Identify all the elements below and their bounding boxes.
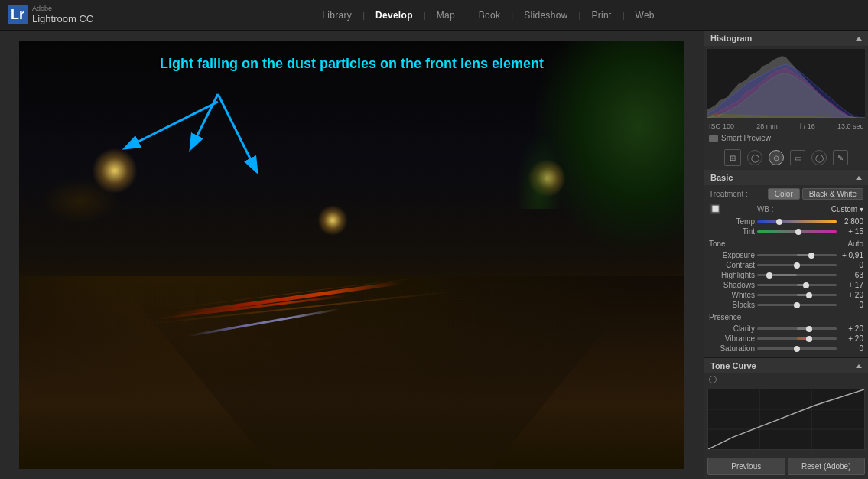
shadows-thumb[interactable] <box>803 282 809 288</box>
tone-curve-display <box>707 389 865 450</box>
nav-map[interactable]: Map <box>426 7 466 24</box>
whites-label: Whites <box>709 291 755 299</box>
tint-thumb[interactable] <box>795 229 801 235</box>
basic-header[interactable]: Basic <box>704 170 868 185</box>
temp-track[interactable] <box>757 220 837 223</box>
shadows-label: Shadows <box>709 281 755 289</box>
highlights-value: − 63 <box>839 271 863 279</box>
color-btn[interactable]: Color <box>768 188 800 200</box>
histogram-display <box>707 49 865 118</box>
saturation-slider-row: Saturation 0 <box>709 344 863 353</box>
tone-curve-collapse-icon <box>856 364 862 368</box>
lr-icon: Lr <box>8 5 28 24</box>
whites-thumb[interactable] <box>806 292 812 298</box>
red-eye-tool[interactable]: ⊙ <box>769 150 784 165</box>
clarity-label: Clarity <box>709 324 755 333</box>
contrast-track[interactable] <box>757 264 837 266</box>
highlights-track[interactable] <box>757 274 837 276</box>
app-logo: Lr Adobe Lightroom CC <box>8 5 93 24</box>
iso-value: ISO 100 <box>709 122 734 130</box>
histogram-chart <box>707 49 865 118</box>
blacks-thumb[interactable] <box>794 302 800 308</box>
tone-curve-point-row <box>704 373 868 386</box>
highlights-thumb[interactable] <box>766 272 772 279</box>
wb-value[interactable]: Custom ▾ <box>831 205 863 213</box>
tone-sub-header: Tone Auto <box>709 238 863 249</box>
highlights-slider-row: Highlights − 63 <box>709 271 863 279</box>
exposure-slider-row: Exposure + 0,91 <box>709 251 863 259</box>
radial-tool[interactable]: ◯ <box>811 150 827 165</box>
spot-heal-tool[interactable]: ◯ <box>747 150 762 165</box>
nav-book[interactable]: Book <box>468 7 512 24</box>
vibrance-value: + 20 <box>839 334 863 343</box>
histogram-info: ISO 100 28 mm f / 16 13,0 sec <box>704 121 868 132</box>
exposure-label: Exposure <box>709 251 755 259</box>
shadows-value: + 17 <box>839 281 863 289</box>
crop-tool[interactable]: ⊞ <box>724 149 741 166</box>
basic-section: Basic Treatment : Color Black & White 🔲 … <box>704 170 868 358</box>
nav-bar: Library | Develop | Map | Book | Slidesh… <box>116 7 860 24</box>
tone-curve-chart <box>708 389 864 449</box>
saturation-value: 0 <box>839 344 863 353</box>
basic-title: Basic <box>710 173 733 182</box>
saturation-thumb[interactable] <box>794 346 800 352</box>
presence-label: Presence <box>709 313 741 321</box>
vibrance-thumb[interactable] <box>806 336 812 342</box>
main-area: Light falling on the dust particles on t… <box>0 31 868 479</box>
vibrance-slider-row: Vibrance + 20 <box>709 334 863 343</box>
tint-value: + 15 <box>839 227 863 236</box>
nav-library[interactable]: Library <box>311 7 362 24</box>
histogram-header[interactable]: Histogram <box>704 31 868 46</box>
wb-row: 🔲 WB : Custom ▾ <box>709 203 863 215</box>
reset-button[interactable]: Reset (Adobe) <box>788 458 866 475</box>
blacks-value: 0 <box>839 301 863 309</box>
nav-develop[interactable]: Develop <box>365 7 424 24</box>
temp-value: 2 800 <box>839 217 863 226</box>
right-panel: Histogram ISO 100 28 mm f / 16 <box>704 31 868 479</box>
lamp-glow-3 <box>317 205 348 236</box>
treatment-buttons: Color Black & White <box>768 188 863 200</box>
whites-track[interactable] <box>757 294 837 296</box>
eyedropper-tool[interactable]: 🔲 <box>709 203 721 215</box>
photo-container: Light falling on the dust particles on t… <box>19 41 684 469</box>
exposure-track[interactable] <box>757 254 837 256</box>
nav-print[interactable]: Print <box>580 7 622 24</box>
exposure-thumb[interactable] <box>808 253 814 259</box>
blacks-track[interactable] <box>757 304 837 306</box>
adjustment-brush[interactable]: ✎ <box>833 150 848 165</box>
shadows-track[interactable] <box>757 284 837 286</box>
smart-preview-indicator: Smart Preview <box>704 132 868 145</box>
wb-label: WB : <box>757 205 795 213</box>
contrast-thumb[interactable] <box>794 262 800 269</box>
saturation-track[interactable] <box>757 347 837 350</box>
blacks-label: Blacks <box>709 301 755 309</box>
focal-value: 28 mm <box>756 122 778 130</box>
smart-preview-icon <box>709 135 718 142</box>
clarity-track[interactable] <box>757 327 837 330</box>
app-name: Adobe Lightroom CC <box>32 5 93 24</box>
tint-track[interactable] <box>757 230 837 233</box>
vibrance-track[interactable] <box>757 337 837 340</box>
treatment-label: Treatment : <box>709 190 748 198</box>
vibrance-label: Vibrance <box>709 334 755 343</box>
nav-slideshow[interactable]: Slideshow <box>513 7 578 24</box>
tone-curve-header[interactable]: Tone Curve <box>704 358 868 373</box>
presence-sub-header: Presence <box>709 311 863 323</box>
tone-auto[interactable]: Auto <box>847 240 863 248</box>
nav-web[interactable]: Web <box>624 7 665 24</box>
tint-label: Tint <box>709 227 755 236</box>
basic-content: Treatment : Color Black & White 🔲 WB : C… <box>704 185 868 357</box>
treatment-row: Treatment : Color Black & White <box>709 188 863 200</box>
shadows-slider-row: Shadows + 17 <box>709 281 863 289</box>
temp-thumb[interactable] <box>776 219 782 225</box>
tone-curve-point-selector[interactable] <box>709 376 717 383</box>
clarity-thumb[interactable] <box>806 326 812 332</box>
clarity-slider-row: Clarity + 20 <box>709 324 863 333</box>
clarity-value: + 20 <box>839 324 863 333</box>
smart-preview-label: Smart Preview <box>721 134 771 142</box>
bw-btn[interactable]: Black & White <box>802 188 863 200</box>
gradient-tool[interactable]: ▭ <box>790 150 805 165</box>
city-glow <box>42 178 119 224</box>
previous-button[interactable]: Previous <box>707 458 785 475</box>
highlights-label: Highlights <box>709 271 755 279</box>
